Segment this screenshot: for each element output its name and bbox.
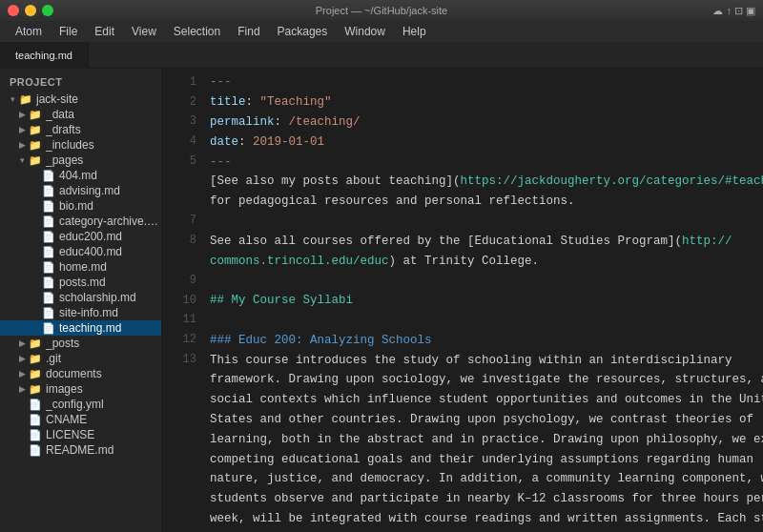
line-numbers: 1 2 3 4 5 7 8 9 10 11 12 13 (162, 69, 204, 532)
file-label: site-info.md (59, 306, 118, 319)
expand-arrow: ▶ (15, 110, 29, 119)
file-icon: 📄 (42, 261, 55, 274)
menu-find[interactable]: Find (230, 23, 267, 40)
file-icon: 📄 (29, 429, 42, 441)
menu-help[interactable]: Help (395, 23, 434, 40)
close-button[interactable] (8, 5, 19, 16)
folder-icon: 📁 (29, 338, 42, 350)
titlebar-icons: ☁ ↑ ⊡ ▣ (712, 5, 755, 17)
code-line: social contexts which influence student … (204, 390, 763, 410)
code-line: date: 2019-01-01 (204, 132, 763, 152)
sidebar-item-git[interactable]: ▶ 📁 .git (0, 351, 161, 366)
editor-content[interactable]: 1 2 3 4 5 7 8 9 10 11 12 13 (162, 69, 763, 532)
window-title: Project — ~/GitHub/jack-site (316, 5, 447, 16)
sidebar-item-404[interactable]: 📄 404.md (0, 168, 161, 183)
menu-file[interactable]: File (52, 23, 85, 40)
sidebar-item-jack-site[interactable]: ▾ 📁 jack-site (0, 92, 161, 107)
sidebar-item-posts[interactable]: 📄 posts.md (0, 275, 161, 290)
menu-edit[interactable]: Edit (87, 23, 122, 40)
traffic-lights (8, 5, 53, 16)
folder-icon: 📁 (29, 109, 42, 121)
expand-arrow: ▶ (15, 354, 29, 363)
folder-icon: 📁 (29, 368, 42, 380)
file-icon: 📄 (42, 215, 55, 228)
code-line: for pedagogical resources and personal r… (204, 192, 763, 212)
sidebar-item-config[interactable]: 📄 _config.yml (0, 397, 161, 412)
file-label: _config.yml (46, 398, 104, 411)
folder-icon: 📁 (29, 353, 42, 365)
folder-label: .git (46, 352, 61, 365)
tab-teaching-md[interactable]: teaching.md (0, 42, 89, 69)
tabbar: teaching.md (0, 42, 763, 69)
sidebar-item-bio[interactable]: 📄 bio.md (0, 198, 161, 214)
expand-arrow: ▶ (15, 125, 29, 134)
minimize-button[interactable] (25, 5, 36, 16)
sidebar-item-includes[interactable]: ▶ 📁 _includes (0, 137, 161, 153)
sidebar-item-educ200[interactable]: 📄 educ200.md (0, 229, 161, 244)
file-label: educ200.md (59, 230, 122, 243)
editor[interactable]: 1 2 3 4 5 7 8 9 10 11 12 13 (162, 69, 763, 532)
menu-packages[interactable]: Packages (270, 23, 336, 40)
code-line: title: "Teaching" (204, 92, 763, 113)
sidebar-item-scholarship[interactable]: 📄 scholarship.md (0, 290, 161, 305)
file-label: LICENSE (46, 428, 94, 441)
code-line: framework. Drawing upon sociology, we in… (204, 370, 763, 390)
file-icon: 📄 (42, 231, 55, 243)
sidebar-item-posts-folder[interactable]: ▶ 📁 _posts (0, 336, 161, 351)
file-icon: 📄 (42, 170, 55, 182)
expand-arrow: ▶ (15, 369, 29, 379)
code-line: week, will be integrated with course rea… (204, 509, 763, 529)
code-line: This course introduces the study of scho… (204, 350, 763, 370)
folder-label: images (46, 382, 83, 396)
main-layout: Project ▾ 📁 jack-site ▶ 📁 _data ▶ 📁 _dra… (0, 69, 763, 532)
sidebar-item-documents[interactable]: ▶ 📁 documents (0, 366, 161, 381)
code-line: competing educational goals and their un… (204, 449, 763, 469)
sidebar-item-teaching[interactable]: 📄 teaching.md (0, 320, 161, 336)
folder-label: _data (46, 108, 74, 121)
code-line: --- (204, 152, 763, 172)
menubar: Atom File Edit View Selection Find Packa… (0, 21, 763, 42)
folder-icon: 📁 (29, 139, 42, 152)
sidebar-item-readme[interactable]: 📄 README.md (0, 442, 161, 458)
file-icon: 📄 (29, 444, 42, 457)
sidebar: Project ▾ 📁 jack-site ▶ 📁 _data ▶ 📁 _dra… (0, 69, 162, 532)
file-label: bio.md (59, 199, 93, 213)
sidebar-item-pages[interactable]: ▾ 📁 _pages (0, 153, 161, 168)
file-icon: 📄 (29, 399, 42, 411)
folder-label: _pages (46, 153, 83, 167)
file-icon: 📄 (42, 200, 55, 213)
file-icon: 📄 (42, 292, 55, 304)
sidebar-item-cname[interactable]: 📄 CNAME (0, 412, 161, 427)
sidebar-item-license[interactable]: 📄 LICENSE (0, 427, 161, 442)
sidebar-item-home[interactable]: 📄 home.md (0, 259, 161, 275)
code-line: ## My Course Syllabi (204, 291, 763, 311)
sidebar-item-site-info[interactable]: 📄 site-info.md (0, 305, 161, 320)
sidebar-item-data[interactable]: ▶ 📁 _data (0, 107, 161, 122)
expand-arrow: ▾ (15, 155, 29, 165)
menu-selection[interactable]: Selection (166, 23, 228, 40)
code-area[interactable]: --- title: "Teaching" permalink: /teachi… (204, 69, 763, 532)
sidebar-item-drafts[interactable]: ▶ 📁 _drafts (0, 122, 161, 137)
code-line: States and other countries. Drawing upon… (204, 410, 763, 430)
file-label: README.md (46, 443, 113, 457)
file-icon: 📄 (42, 322, 55, 335)
sidebar-item-advising[interactable]: 📄 advising.md (0, 183, 161, 198)
sidebar-item-images[interactable]: ▶ 📁 images (0, 381, 161, 397)
menu-window[interactable]: Window (337, 23, 393, 40)
code-line: --- (204, 72, 763, 92)
folder-label: _includes (46, 138, 94, 152)
file-label: home.md (59, 260, 107, 274)
menu-atom[interactable]: Atom (8, 23, 50, 40)
file-label: advising.md (59, 184, 120, 197)
file-icon: 📄 (42, 246, 55, 258)
folder-label: _posts (46, 337, 79, 350)
code-line: commons.trincoll.edu/educ) at Trinity Co… (204, 251, 763, 271)
folder-icon: 📁 (29, 124, 42, 136)
sidebar-item-category-archive[interactable]: 📄 category-archive.md (0, 214, 161, 229)
maximize-button[interactable] (42, 5, 53, 16)
folder-label: _drafts (46, 123, 81, 136)
menu-view[interactable]: View (124, 23, 164, 40)
file-icon: 📄 (42, 276, 55, 289)
expand-arrow: ▶ (15, 140, 29, 150)
sidebar-item-educ400[interactable]: 📄 educ400.md (0, 244, 161, 259)
